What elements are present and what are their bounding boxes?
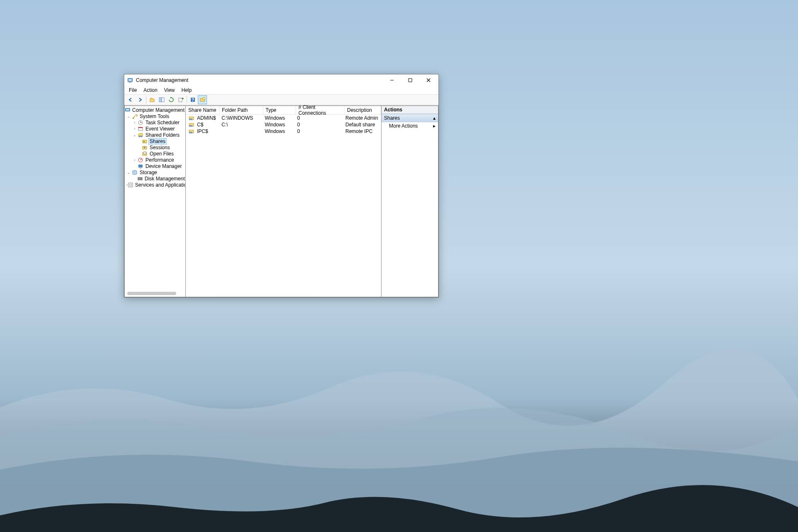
svg-rect-16 bbox=[126, 109, 129, 111]
tree-system-tools[interactable]: ⌄System Tools bbox=[125, 113, 185, 119]
col-folder-path[interactable]: Folder Path bbox=[219, 106, 263, 114]
collapse-icon[interactable]: ⌄ bbox=[132, 133, 137, 137]
tree-sessions[interactable]: Sessions bbox=[125, 144, 185, 150]
svg-rect-10 bbox=[179, 98, 182, 102]
new-share-button[interactable] bbox=[198, 95, 207, 104]
performance-icon bbox=[137, 157, 144, 163]
svg-point-44 bbox=[191, 132, 192, 133]
svg-rect-7 bbox=[150, 99, 154, 102]
svg-rect-9 bbox=[162, 98, 164, 102]
storage-icon bbox=[131, 170, 138, 175]
tree-storage[interactable]: ⌄Storage bbox=[125, 169, 185, 175]
tree-scrollbar[interactable] bbox=[127, 292, 176, 295]
tree-open-files[interactable]: Open Files bbox=[125, 150, 185, 157]
export-button[interactable] bbox=[176, 95, 185, 104]
back-button[interactable] bbox=[126, 95, 135, 104]
tree-task-scheduler[interactable]: ›Task Scheduler bbox=[125, 119, 185, 126]
sessions-icon bbox=[141, 145, 148, 150]
svg-rect-27 bbox=[144, 152, 146, 154]
svg-rect-1 bbox=[128, 79, 132, 81]
svg-rect-29 bbox=[138, 165, 143, 167]
menu-view[interactable]: View bbox=[161, 86, 178, 94]
svg-rect-17 bbox=[133, 118, 134, 119]
tree-disk-management[interactable]: Disk Management bbox=[125, 175, 185, 182]
share-description: Remote IPC bbox=[343, 128, 381, 134]
tools-icon bbox=[131, 113, 138, 119]
actions-section[interactable]: Shares ▴ bbox=[382, 114, 438, 122]
navigation-tree[interactable]: Computer Management (Local ⌄System Tools… bbox=[124, 106, 186, 297]
svg-point-37 bbox=[189, 118, 191, 120]
column-headers: Share Name Folder Path Type # Client Con… bbox=[186, 106, 381, 115]
minimize-button[interactable] bbox=[383, 74, 401, 86]
svg-rect-20 bbox=[138, 127, 143, 128]
tree-event-viewer[interactable]: ›Event Viewer bbox=[125, 126, 185, 132]
show-hide-tree-button[interactable] bbox=[157, 95, 166, 104]
svg-point-22 bbox=[140, 135, 142, 137]
share-row[interactable]: IPC$Windows0Remote IPC bbox=[186, 128, 381, 135]
share-icon bbox=[188, 115, 195, 121]
submenu-icon: ▸ bbox=[433, 123, 436, 129]
expand-icon[interactable]: › bbox=[132, 158, 137, 162]
svg-point-43 bbox=[189, 132, 191, 133]
svg-point-33 bbox=[141, 178, 142, 179]
up-button[interactable] bbox=[148, 95, 157, 104]
col-type[interactable]: Type bbox=[263, 106, 296, 114]
svg-point-14 bbox=[203, 97, 205, 100]
computer-management-window: Computer Management File Action View Hel… bbox=[124, 74, 439, 298]
refresh-button[interactable] bbox=[167, 95, 176, 104]
svg-point-40 bbox=[189, 125, 191, 127]
col-client-connections[interactable]: # Client Connections bbox=[296, 106, 345, 114]
menu-help[interactable]: Help bbox=[179, 86, 195, 94]
menu-file[interactable]: File bbox=[126, 86, 140, 94]
folder-path: C:\ bbox=[219, 122, 262, 128]
toolbar-separator bbox=[187, 96, 187, 103]
tree-root[interactable]: Computer Management (Local bbox=[125, 107, 185, 113]
col-share-name[interactable]: Share Name bbox=[186, 106, 219, 114]
menu-action[interactable]: Action bbox=[140, 86, 160, 94]
share-row[interactable]: C$C:\Windows0Default share bbox=[186, 121, 381, 128]
menubar: File Action View Help bbox=[124, 86, 438, 94]
desktop-background bbox=[0, 332, 798, 532]
svg-rect-8 bbox=[159, 98, 161, 102]
svg-text:?: ? bbox=[192, 98, 194, 102]
share-icon bbox=[188, 128, 195, 134]
clock-icon bbox=[137, 120, 144, 126]
svg-point-41 bbox=[191, 125, 192, 127]
share-row[interactable]: ADMIN$C:\WINDOWSWindows0Remote Admin bbox=[186, 115, 381, 121]
share-description: Default share bbox=[343, 122, 381, 128]
expand-icon[interactable]: › bbox=[132, 121, 137, 125]
services-icon bbox=[128, 182, 133, 188]
shares-list: Share Name Folder Path Type # Client Con… bbox=[186, 106, 381, 297]
svg-rect-2 bbox=[129, 82, 131, 83]
actions-pane: Actions Shares ▴ More Actions ▸ bbox=[381, 106, 438, 297]
client-connections: 0 bbox=[295, 115, 343, 121]
share-type: Windows bbox=[262, 128, 295, 134]
forward-button[interactable] bbox=[135, 95, 145, 104]
help-button[interactable]: ? bbox=[188, 95, 197, 104]
tree-services-apps[interactable]: ›Services and Applications bbox=[125, 182, 185, 188]
disk-icon bbox=[137, 176, 143, 182]
collapse-icon[interactable]: ⌄ bbox=[126, 114, 131, 118]
close-button[interactable] bbox=[419, 74, 438, 86]
maximize-button[interactable] bbox=[401, 74, 419, 86]
titlebar[interactable]: Computer Management bbox=[124, 74, 438, 86]
device-icon bbox=[137, 163, 144, 169]
share-description: Remote Admin bbox=[343, 115, 381, 121]
client-connections: 0 bbox=[295, 122, 343, 128]
open-files-icon bbox=[141, 151, 148, 157]
toolbar-separator bbox=[146, 96, 146, 103]
share-type: Windows bbox=[262, 122, 295, 128]
svg-rect-4 bbox=[409, 79, 412, 82]
expand-icon[interactable]: › bbox=[132, 127, 137, 131]
app-icon bbox=[127, 77, 133, 84]
tree-shared-folders[interactable]: ⌄Shared Folders bbox=[125, 132, 185, 138]
tree-performance[interactable]: ›Performance bbox=[125, 157, 185, 163]
computer-icon bbox=[125, 107, 131, 113]
tree-device-manager[interactable]: Device Manager bbox=[125, 163, 185, 169]
actions-more[interactable]: More Actions ▸ bbox=[382, 122, 438, 130]
col-description[interactable]: Description bbox=[345, 106, 381, 114]
svg-point-38 bbox=[191, 118, 192, 120]
collapse-icon[interactable]: ⌄ bbox=[126, 170, 131, 175]
tree-shares[interactable]: Shares bbox=[125, 138, 185, 144]
client-connections: 0 bbox=[295, 128, 343, 134]
